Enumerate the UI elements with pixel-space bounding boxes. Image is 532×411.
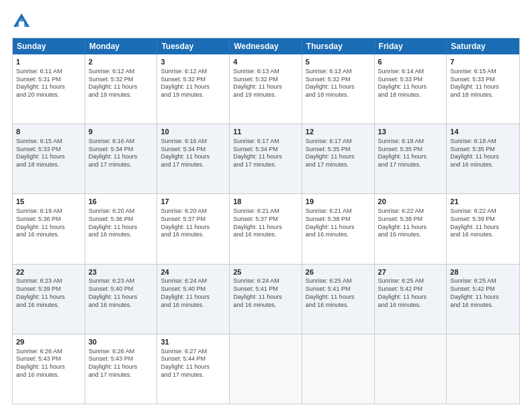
day-number: 19 [306, 197, 371, 207]
day-number: 5 [306, 57, 371, 67]
day-number: 30 [89, 337, 154, 347]
day-info: Sunrise: 6:21 AM Sunset: 5:37 PM Dayligh… [233, 208, 298, 239]
day-number: 25 [233, 267, 298, 277]
day-number: 20 [378, 197, 443, 207]
calendar-cell: 12Sunrise: 6:17 AM Sunset: 5:35 PM Dayli… [302, 124, 375, 193]
day-number: 29 [16, 337, 81, 347]
page: SundayMondayTuesdayWednesdayThursdayFrid… [0, 0, 532, 411]
calendar-cell: 19Sunrise: 6:21 AM Sunset: 5:38 PM Dayli… [302, 194, 375, 263]
day-number: 1 [16, 57, 81, 67]
calendar-cell: 25Sunrise: 6:24 AM Sunset: 5:41 PM Dayli… [230, 265, 302, 334]
calendar-cell: 9Sunrise: 6:16 AM Sunset: 5:34 PM Daylig… [85, 124, 158, 193]
calendar-cell: 2Sunrise: 6:12 AM Sunset: 5:32 PM Daylig… [85, 54, 158, 124]
calendar: SundayMondayTuesdayWednesdayThursdayFrid… [12, 38, 520, 404]
weekday-header: Monday [85, 38, 158, 54]
calendar-cell: 26Sunrise: 6:25 AM Sunset: 5:41 PM Dayli… [302, 265, 375, 334]
calendar-cell: 15Sunrise: 6:19 AM Sunset: 5:36 PM Dayli… [13, 194, 85, 263]
day-info: Sunrise: 6:16 AM Sunset: 5:34 PM Dayligh… [89, 138, 154, 169]
day-number: 27 [378, 267, 443, 277]
calendar-cell: 23Sunrise: 6:23 AM Sunset: 5:40 PM Dayli… [85, 265, 158, 334]
calendar-cell: 13Sunrise: 6:18 AM Sunset: 5:35 PM Dayli… [375, 124, 447, 193]
day-info: Sunrise: 6:22 AM Sunset: 5:39 PM Dayligh… [450, 208, 516, 239]
day-number: 9 [89, 127, 154, 137]
calendar-cell: 24Sunrise: 6:24 AM Sunset: 5:40 PM Dayli… [157, 265, 230, 334]
calendar-cell: 4Sunrise: 6:13 AM Sunset: 5:32 PM Daylig… [230, 54, 302, 124]
day-number: 24 [161, 267, 226, 277]
day-info: Sunrise: 6:27 AM Sunset: 5:44 PM Dayligh… [161, 348, 226, 379]
day-info: Sunrise: 6:11 AM Sunset: 5:31 PM Dayligh… [16, 68, 81, 99]
day-number: 3 [161, 57, 226, 67]
day-info: Sunrise: 6:18 AM Sunset: 5:35 PM Dayligh… [378, 138, 443, 169]
calendar-header: SundayMondayTuesdayWednesdayThursdayFrid… [13, 38, 519, 54]
day-info: Sunrise: 6:25 AM Sunset: 5:42 PM Dayligh… [450, 277, 516, 309]
calendar-cell: 31Sunrise: 6:27 AM Sunset: 5:44 PM Dayli… [157, 334, 230, 404]
calendar-cell: 10Sunrise: 6:16 AM Sunset: 5:34 PM Dayli… [157, 124, 230, 193]
day-number: 28 [450, 267, 516, 277]
day-info: Sunrise: 6:17 AM Sunset: 5:34 PM Dayligh… [233, 138, 298, 169]
calendar-row: 1Sunrise: 6:11 AM Sunset: 5:31 PM Daylig… [13, 54, 519, 124]
weekday-header: Tuesday [157, 38, 230, 54]
day-number: 21 [450, 197, 516, 207]
day-info: Sunrise: 6:16 AM Sunset: 5:34 PM Dayligh… [161, 138, 226, 169]
calendar-cell: 28Sunrise: 6:25 AM Sunset: 5:42 PM Dayli… [447, 265, 519, 334]
day-number: 11 [233, 127, 298, 137]
day-info: Sunrise: 6:13 AM Sunset: 5:32 PM Dayligh… [233, 68, 298, 99]
calendar-cell: 11Sunrise: 6:17 AM Sunset: 5:34 PM Dayli… [230, 124, 302, 193]
day-info: Sunrise: 6:17 AM Sunset: 5:35 PM Dayligh… [306, 138, 371, 169]
day-info: Sunrise: 6:24 AM Sunset: 5:41 PM Dayligh… [233, 277, 298, 309]
day-number: 7 [450, 57, 516, 67]
calendar-cell [230, 334, 302, 404]
calendar-cell: 1Sunrise: 6:11 AM Sunset: 5:31 PM Daylig… [13, 54, 85, 124]
day-info: Sunrise: 6:25 AM Sunset: 5:41 PM Dayligh… [306, 277, 371, 309]
calendar-cell: 14Sunrise: 6:18 AM Sunset: 5:35 PM Dayli… [447, 124, 519, 193]
day-info: Sunrise: 6:12 AM Sunset: 5:32 PM Dayligh… [161, 68, 226, 99]
day-number: 18 [233, 197, 298, 207]
calendar-cell: 8Sunrise: 6:15 AM Sunset: 5:33 PM Daylig… [13, 124, 85, 193]
calendar-cell: 29Sunrise: 6:26 AM Sunset: 5:43 PM Dayli… [13, 334, 85, 404]
calendar-cell: 20Sunrise: 6:22 AM Sunset: 5:38 PM Dayli… [375, 194, 447, 263]
day-info: Sunrise: 6:21 AM Sunset: 5:38 PM Dayligh… [306, 208, 371, 239]
calendar-cell: 16Sunrise: 6:20 AM Sunset: 5:36 PM Dayli… [85, 194, 158, 263]
calendar-row: 22Sunrise: 6:23 AM Sunset: 5:39 PM Dayli… [13, 264, 519, 334]
weekday-header: Sunday [13, 38, 85, 54]
day-info: Sunrise: 6:20 AM Sunset: 5:37 PM Dayligh… [161, 208, 226, 239]
calendar-cell: 18Sunrise: 6:21 AM Sunset: 5:37 PM Dayli… [230, 194, 302, 263]
calendar-row: 15Sunrise: 6:19 AM Sunset: 5:36 PM Dayli… [13, 193, 519, 263]
day-number: 6 [378, 57, 443, 67]
calendar-row: 29Sunrise: 6:26 AM Sunset: 5:43 PM Dayli… [13, 334, 519, 404]
weekday-header: Thursday [302, 38, 375, 54]
calendar-cell: 27Sunrise: 6:25 AM Sunset: 5:42 PM Dayli… [375, 265, 447, 334]
day-info: Sunrise: 6:15 AM Sunset: 5:33 PM Dayligh… [450, 68, 516, 99]
calendar-body: 1Sunrise: 6:11 AM Sunset: 5:31 PM Daylig… [13, 54, 519, 404]
day-info: Sunrise: 6:26 AM Sunset: 5:43 PM Dayligh… [16, 348, 81, 379]
calendar-cell: 30Sunrise: 6:26 AM Sunset: 5:43 PM Dayli… [85, 334, 158, 404]
day-info: Sunrise: 6:20 AM Sunset: 5:36 PM Dayligh… [89, 208, 154, 239]
calendar-cell [447, 334, 519, 404]
calendar-cell [375, 334, 447, 404]
day-info: Sunrise: 6:25 AM Sunset: 5:42 PM Dayligh… [378, 277, 443, 309]
day-info: Sunrise: 6:26 AM Sunset: 5:43 PM Dayligh… [89, 348, 154, 379]
weekday-header: Wednesday [230, 38, 302, 54]
weekday-header: Saturday [447, 38, 519, 54]
day-number: 14 [450, 127, 516, 137]
day-number: 15 [16, 197, 81, 207]
day-info: Sunrise: 6:15 AM Sunset: 5:33 PM Dayligh… [16, 138, 81, 169]
day-info: Sunrise: 6:18 AM Sunset: 5:35 PM Dayligh… [450, 138, 516, 169]
calendar-cell: 21Sunrise: 6:22 AM Sunset: 5:39 PM Dayli… [447, 194, 519, 263]
day-number: 10 [161, 127, 226, 137]
calendar-cell: 6Sunrise: 6:14 AM Sunset: 5:33 PM Daylig… [375, 54, 447, 124]
day-number: 16 [89, 197, 154, 207]
day-number: 13 [378, 127, 443, 137]
day-number: 31 [161, 337, 226, 347]
calendar-cell: 5Sunrise: 6:13 AM Sunset: 5:32 PM Daylig… [302, 54, 375, 124]
weekday-header: Friday [375, 38, 447, 54]
day-number: 8 [16, 127, 81, 137]
day-info: Sunrise: 6:23 AM Sunset: 5:40 PM Dayligh… [89, 277, 154, 309]
day-info: Sunrise: 6:24 AM Sunset: 5:40 PM Dayligh… [161, 277, 226, 309]
day-number: 4 [233, 57, 298, 67]
day-number: 23 [89, 267, 154, 277]
day-info: Sunrise: 6:19 AM Sunset: 5:36 PM Dayligh… [16, 208, 81, 239]
day-info: Sunrise: 6:14 AM Sunset: 5:33 PM Dayligh… [378, 68, 443, 99]
day-number: 2 [89, 57, 154, 67]
day-info: Sunrise: 6:22 AM Sunset: 5:38 PM Dayligh… [378, 208, 443, 239]
